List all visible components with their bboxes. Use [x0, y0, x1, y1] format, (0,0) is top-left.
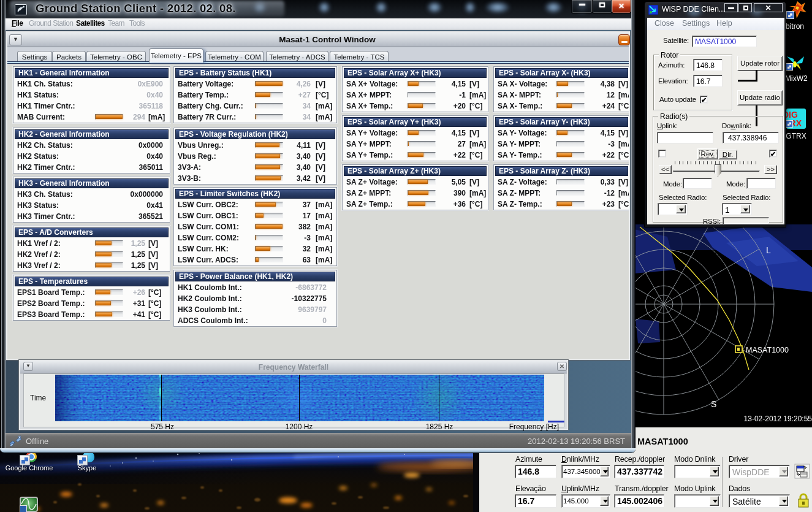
svg-text:S: S — [711, 399, 716, 409]
svg-text:L: L — [766, 245, 771, 255]
svg-text:MASAT1000: MASAT1000 — [746, 346, 789, 354]
svg-text:13-02-2012 19:20:55: 13-02-2012 19:20:55 — [744, 415, 812, 423]
